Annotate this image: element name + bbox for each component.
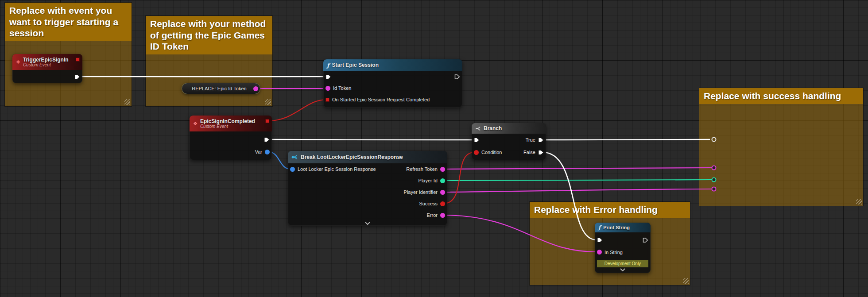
- pin-label: Refresh Token: [406, 166, 438, 172]
- exec-out-pin[interactable]: [643, 237, 648, 243]
- var-out-pin[interactable]: [265, 150, 270, 154]
- pin-label: On Started Epic Session Request Complete…: [332, 97, 430, 102]
- node-header: Break LootLockerEpicSessionResponse: [288, 151, 447, 163]
- function-icon: ƒ: [327, 62, 329, 69]
- node-subtitle: Custom Event: [23, 62, 69, 67]
- pin-label: In String: [604, 250, 623, 255]
- blueprint-graph-canvas[interactable]: Replace with event you want to trigger s…: [0, 0, 868, 297]
- comment-success-handling[interactable]: Replace with success handling: [699, 88, 864, 206]
- exec-out-pin[interactable]: [264, 137, 270, 143]
- custom-event-icon: ❖: [193, 121, 198, 127]
- pin-label: Id Token: [333, 85, 351, 91]
- node-header: Branch: [472, 123, 546, 134]
- in-string-pin[interactable]: [597, 250, 602, 255]
- wire-player-id: [444, 180, 712, 181]
- pill-label: REPLACE: Epic Id Token: [192, 86, 246, 91]
- node-replace-epic-id-token[interactable]: REPLACE: Epic Id Token: [182, 83, 260, 94]
- success-pin[interactable]: [440, 201, 445, 206]
- pin-label: True: [526, 137, 535, 143]
- exec-true-pin[interactable]: [538, 137, 544, 143]
- node-header: ƒ Print String: [595, 223, 651, 232]
- comment-title[interactable]: Replace with Error handling: [530, 202, 690, 218]
- condition-pin[interactable]: [474, 150, 479, 155]
- node-title: Branch: [484, 125, 502, 131]
- player-identifier-pin[interactable]: [440, 190, 445, 195]
- refresh-token-pin[interactable]: [440, 167, 445, 172]
- delegate-pin[interactable]: [265, 119, 269, 123]
- resize-grip[interactable]: [856, 199, 862, 204]
- node-title: TriggerEpicSignIn: [23, 57, 69, 63]
- comment-title[interactable]: Replace with your method of getting the …: [146, 16, 272, 54]
- node-header: ❖ TriggerEpicSignIn Custom Event: [12, 54, 82, 70]
- exec-out-pin[interactable]: [74, 74, 80, 80]
- id-token-pin[interactable]: [326, 86, 330, 91]
- wire-delegate-completed: [269, 100, 326, 121]
- struct-in-pin[interactable]: [290, 167, 295, 172]
- node-header: ❖ EpicSignInCompleted Custom Event: [190, 116, 272, 131]
- node-title: Start Epic Session: [332, 62, 379, 68]
- expand-pins-chevron[interactable]: [288, 221, 447, 226]
- pin-label: Loot Locker Epic Session Response: [298, 166, 376, 172]
- node-branch[interactable]: Branch True Condition False: [472, 123, 546, 160]
- exec-in-pin[interactable]: [326, 74, 331, 80]
- node-epic-sign-in-completed[interactable]: ❖ EpicSignInCompleted Custom Event Var: [190, 116, 272, 160]
- resize-grip[interactable]: [683, 278, 689, 284]
- exec-false-pin[interactable]: [538, 150, 544, 155]
- node-break-epic-session-response[interactable]: Break LootLockerEpicSessionResponse Loot…: [288, 151, 447, 226]
- resize-grip[interactable]: [124, 99, 130, 105]
- node-title: Print String: [603, 225, 630, 230]
- pin-label: False: [523, 150, 535, 155]
- pin-label: Condition: [481, 150, 502, 155]
- node-subtitle: Custom Event: [200, 124, 255, 129]
- player-id-pin[interactable]: [440, 178, 445, 183]
- comment-body: [699, 104, 863, 206]
- expand-pins-chevron[interactable]: [595, 267, 651, 272]
- chevron-down-icon: [365, 222, 370, 225]
- node-title: EpicSignInCompleted: [200, 118, 255, 124]
- node-print-string[interactable]: ƒ Print String In String Development Onl…: [595, 223, 651, 273]
- pin-label: Player Identifier: [404, 189, 438, 195]
- break-struct-icon: [291, 154, 298, 160]
- wire-exec-event-to-branch: [269, 139, 475, 140]
- chevron-down-icon: [620, 268, 625, 271]
- pin-label: Player Id: [418, 178, 438, 183]
- comment-title[interactable]: Replace with success handling: [699, 88, 863, 104]
- delegate-in-pin[interactable]: [326, 98, 329, 102]
- string-out-pin[interactable]: [253, 86, 258, 91]
- pin-label: Success: [419, 201, 438, 206]
- comment-title[interactable]: Replace with event you want to trigger s…: [5, 3, 132, 41]
- pin-label: Var: [255, 149, 262, 154]
- wire-player-identifier: [444, 189, 712, 192]
- resize-grip[interactable]: [265, 99, 271, 105]
- delegate-pin[interactable]: [76, 58, 80, 62]
- node-start-epic-session[interactable]: ƒ Start Epic Session Id Token On Started…: [323, 59, 462, 108]
- comment-body: [146, 54, 272, 106]
- wire-exec-true-out: [542, 139, 710, 140]
- node-trigger-epic-sign-in[interactable]: ❖ TriggerEpicSignIn Custom Event: [12, 54, 82, 83]
- pin-label: Error: [427, 212, 438, 218]
- exec-out-pin[interactable]: [454, 74, 460, 80]
- development-only-band[interactable]: Development Only: [597, 260, 648, 267]
- custom-event-icon: ❖: [16, 59, 20, 65]
- wire-refresh-token: [444, 168, 712, 169]
- error-pin[interactable]: [440, 213, 445, 218]
- exec-in-pin[interactable]: [474, 137, 480, 143]
- exec-in-pin[interactable]: [597, 237, 603, 243]
- node-header: ƒ Start Epic Session: [323, 59, 462, 71]
- node-title: Break LootLockerEpicSessionResponse: [301, 154, 403, 160]
- branch-icon: [475, 126, 481, 131]
- wire-success-to-condition: [444, 152, 474, 204]
- function-icon: ƒ: [598, 224, 601, 231]
